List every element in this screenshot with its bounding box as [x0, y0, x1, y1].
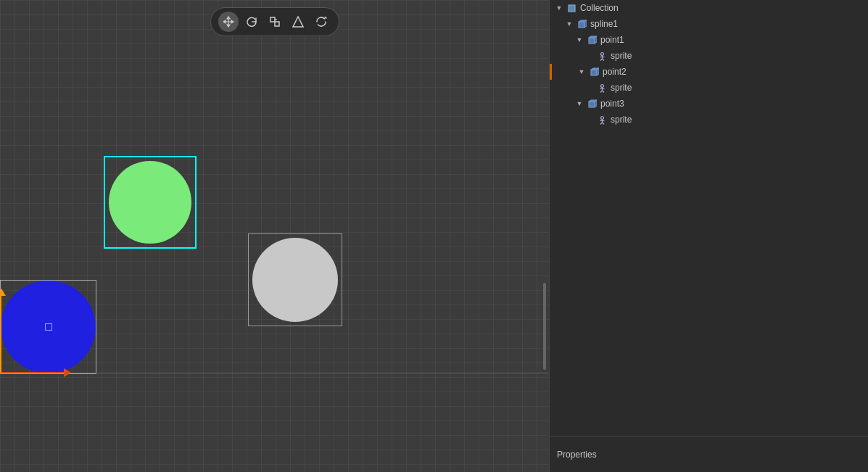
svg-rect-8 — [589, 38, 595, 44]
tree-item-point3[interactable]: ▼point3 — [550, 96, 868, 112]
tree-icon-point1 — [586, 35, 598, 45]
svg-rect-24 — [589, 102, 595, 107]
tree-item-point2[interactable]: ▼point2 — [550, 64, 868, 80]
gray-sprite[interactable] — [248, 233, 342, 326]
svg-rect-0 — [270, 17, 275, 22]
gray-circle — [252, 238, 338, 322]
scale-tool-button[interactable] — [265, 12, 285, 32]
blue-sprite[interactable] — [0, 280, 96, 374]
svg-rect-4 — [569, 5, 575, 12]
svg-rect-1 — [275, 22, 279, 26]
svg-marker-26 — [595, 100, 597, 107]
svg-line-23 — [602, 91, 604, 93]
green-sprite[interactable] — [104, 156, 197, 249]
svg-point-27 — [600, 116, 603, 119]
canvas-objects — [0, 0, 549, 472]
outliner[interactable]: ▼Collection▼spline1▼point1sprite▼point2s… — [550, 0, 868, 436]
tree-label-point3: point3 — [600, 99, 624, 109]
tree-arrow-point2[interactable]: ▼ — [576, 67, 587, 77]
blue-square-indicator — [45, 323, 52, 331]
svg-point-11 — [600, 52, 603, 55]
tree-arrow-spline1[interactable]: ▼ — [564, 19, 574, 29]
tree-label-sprite_2: sprite — [611, 83, 632, 93]
properties-panel: Properties — [550, 436, 868, 472]
tree-label-sprite_3: sprite — [611, 115, 632, 125]
tree-label-spline1: spline1 — [590, 19, 618, 29]
svg-rect-5 — [579, 22, 584, 28]
tree-label-sprite_1: sprite — [611, 51, 632, 61]
scroll-indicator — [543, 283, 546, 370]
tree-arrow-collection[interactable]: ▼ — [554, 3, 564, 13]
tree-arrow-sprite_3[interactable] — [584, 115, 595, 125]
tree-item-sprite_1[interactable]: sprite — [550, 48, 868, 64]
tree-arrow-sprite_2[interactable] — [584, 83, 595, 93]
tree-item-sprite_2[interactable]: sprite — [550, 80, 868, 96]
tree-icon-sprite_2 — [596, 83, 608, 93]
tree-arrow-point1[interactable]: ▼ — [574, 35, 584, 45]
svg-marker-10 — [595, 36, 597, 44]
right-panel: ▼Collection▼spline1▼point1sprite▼point2s… — [549, 0, 868, 472]
tree-icon-point3 — [586, 99, 598, 109]
tree-icon-spline1 — [576, 19, 587, 29]
canvas-h-divider — [0, 373, 549, 373]
transform-tool-button[interactable] — [288, 12, 308, 32]
tree-label-collection: Collection — [580, 3, 619, 13]
blue-circle — [1, 281, 96, 373]
tree-icon-sprite_1 — [596, 51, 608, 61]
tree-arrow-sprite_1[interactable] — [584, 51, 595, 61]
move-tool-button[interactable] — [218, 12, 239, 32]
tree-item-point1[interactable]: ▼point1 — [550, 32, 868, 48]
tree-item-sprite_3[interactable]: sprite — [550, 112, 868, 128]
tree-arrow-point3[interactable]: ▼ — [574, 99, 584, 109]
refresh-button[interactable] — [311, 12, 331, 32]
svg-rect-16 — [591, 70, 597, 75]
svg-point-19 — [600, 84, 603, 87]
toolbar — [210, 7, 339, 36]
svg-line-15 — [602, 59, 604, 61]
tree-label-point2: point2 — [603, 67, 627, 77]
tree-icon-sprite_3 — [596, 115, 608, 125]
green-circle — [109, 161, 191, 244]
tree-item-spline1[interactable]: ▼spline1 — [550, 16, 868, 32]
canvas-area[interactable] — [0, 0, 549, 472]
tree-label-point1: point1 — [600, 35, 624, 45]
transform-arrow-up — [0, 289, 6, 296]
tree-item-collection[interactable]: ▼Collection — [550, 0, 868, 16]
transform-v-line — [0, 296, 1, 373]
svg-marker-3 — [293, 17, 303, 27]
svg-marker-7 — [584, 20, 587, 28]
svg-marker-18 — [597, 68, 599, 75]
tree-icon-point2 — [588, 67, 600, 77]
rotate-tool-button[interactable] — [241, 12, 262, 32]
svg-line-31 — [602, 123, 604, 125]
tree-icon-collection — [566, 3, 577, 13]
properties-label: Properties — [557, 450, 597, 460]
